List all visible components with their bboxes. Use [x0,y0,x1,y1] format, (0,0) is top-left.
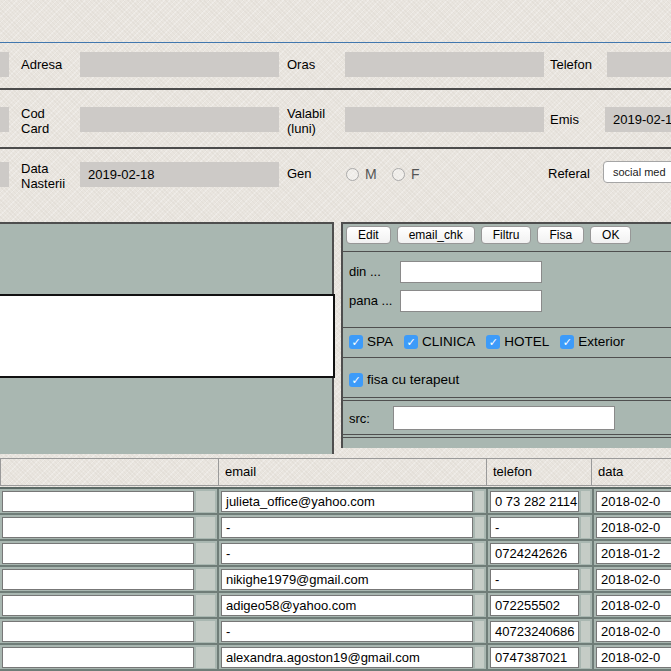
telefon-cell[interactable]: 0 73 282 2114 [490,491,579,512]
edit-button[interactable]: Edit [346,226,391,244]
cell-strip [475,621,484,642]
cell-strip [196,517,215,538]
data-cell[interactable]: 2018-02-0 [596,621,671,642]
gen-f-label: F [411,166,420,182]
email-cell[interactable]: - [221,543,473,564]
pana-input[interactable] [400,290,542,312]
separator [343,397,671,398]
top-rule [0,42,671,43]
cell-strip [475,491,484,512]
separator [343,357,671,358]
name-cell[interactable] [2,491,194,512]
filter-panel: Edit email_chk Filtru Fisa OK din ... pa… [341,222,671,448]
fisa-terapeut-checkbox[interactable]: ✓ [349,373,363,387]
email-cell[interactable]: alexandra.agoston19@gmail.com [221,647,473,668]
telefon-cell[interactable]: - [490,517,579,538]
data-nasterii-label: Data Nasterii [21,161,76,191]
din-input[interactable] [400,261,542,283]
fisa-button[interactable]: Fisa [537,226,584,244]
email-cell[interactable]: - [221,621,473,642]
name-cell[interactable] [2,595,194,616]
table-row: julieta_office@yahoo.com 0 73 282 2114 2… [0,489,671,515]
separator [343,327,671,328]
header-telefon[interactable]: telefon [486,458,592,486]
name-cell[interactable] [2,517,194,538]
spa-checkbox[interactable]: ✓ [349,335,363,349]
name-cell[interactable] [2,569,194,590]
name-cell[interactable] [2,647,194,668]
filtru-button[interactable]: Filtru [481,226,532,244]
emis-label: Emis [550,112,579,127]
header-name[interactable] [0,458,219,486]
cell-strip [196,491,215,512]
cell-strip [475,569,484,590]
location-checkbox-row: ✓ SPA ✓ CLINICA ✓ HOTEL ✓ Exterior [349,334,636,349]
referal-select[interactable]: social med [603,161,671,183]
table-row: adigeo58@yahoo.com 072255502 2018-02-0 [0,593,671,619]
notes-box[interactable] [0,294,335,378]
oras-label: Oras [287,57,315,72]
table-row: - 0724242626 2018-01-2 [0,541,671,567]
telefon-cell[interactable]: - [490,569,579,590]
telefon-cell[interactable]: 0747387021 [490,647,579,668]
name-cell[interactable] [2,543,194,564]
cell-strip [581,491,590,512]
email-cell[interactable]: julieta_office@yahoo.com [221,491,473,512]
cell-strip [196,621,215,642]
src-input[interactable] [393,406,615,430]
email-chk-button[interactable]: email_chk [397,226,475,244]
hotel-label: HOTEL [504,334,549,349]
emis-input[interactable]: 2019-02-1 [605,107,671,132]
cell-strip [196,647,215,668]
cell-strip [581,647,590,668]
cell-strip [581,569,590,590]
separator [343,251,671,252]
separator [343,437,671,438]
separator [343,434,671,435]
cell-strip [581,543,590,564]
separator [343,400,671,401]
name-cell[interactable] [2,621,194,642]
exterior-checkbox[interactable]: ✓ [560,335,574,349]
cod-card-label: Cod Card [21,106,66,136]
ok-button[interactable]: OK [590,226,631,244]
gen-f-radio[interactable] [392,168,405,181]
data-cell[interactable]: 2018-01-2 [596,543,671,564]
cell-strip [475,595,484,616]
clinica-checkbox[interactable]: ✓ [404,335,418,349]
hotel-checkbox[interactable]: ✓ [486,335,500,349]
email-cell[interactable]: - [221,517,473,538]
data-cell[interactable]: 2018-02-0 [596,595,671,616]
email-cell[interactable]: adigeo58@yahoo.com [221,595,473,616]
oras-input[interactable] [345,52,544,77]
data-cell[interactable]: 2018-02-0 [596,569,671,590]
table-row: nikighe1979@gmail.com - 2018-02-0 [0,567,671,593]
data-cell[interactable]: 2018-02-0 [596,647,671,668]
src-label: src: [349,411,370,426]
data-nasterii-input[interactable]: 2019-02-18 [80,162,279,187]
header-data[interactable]: data [591,458,671,486]
app-window: { "colors": { "panel_bg": "#a9b7b1", "ch… [0,0,671,671]
gen-m-radio[interactable] [346,168,359,181]
email-cell[interactable]: nikighe1979@gmail.com [221,569,473,590]
header-email[interactable]: email [218,458,487,486]
results-table: julieta_office@yahoo.com 0 73 282 2114 2… [0,487,671,671]
telefon-cell[interactable]: 072255502 [490,595,579,616]
divider [0,147,671,149]
gen-label: Gen [287,166,312,181]
cell-strip [581,517,590,538]
telefon-cell[interactable]: 40723240686 [490,621,579,642]
fisa-terapeut-label: fisa cu terapeut [367,372,459,387]
cell-strip [196,595,215,616]
data-cell[interactable]: 2018-02-0 [596,517,671,538]
cell-strip [196,543,215,564]
cell-strip [475,517,484,538]
data-cell[interactable]: 2018-02-0 [596,491,671,512]
adresa-input[interactable] [80,52,279,77]
valabil-input[interactable] [345,107,544,132]
telefon-input[interactable] [607,52,671,77]
referal-label: Referal [548,166,590,181]
cutoff-field-stub [0,107,9,132]
telefon-cell[interactable]: 0724242626 [490,543,579,564]
cod-card-input[interactable] [80,107,279,132]
